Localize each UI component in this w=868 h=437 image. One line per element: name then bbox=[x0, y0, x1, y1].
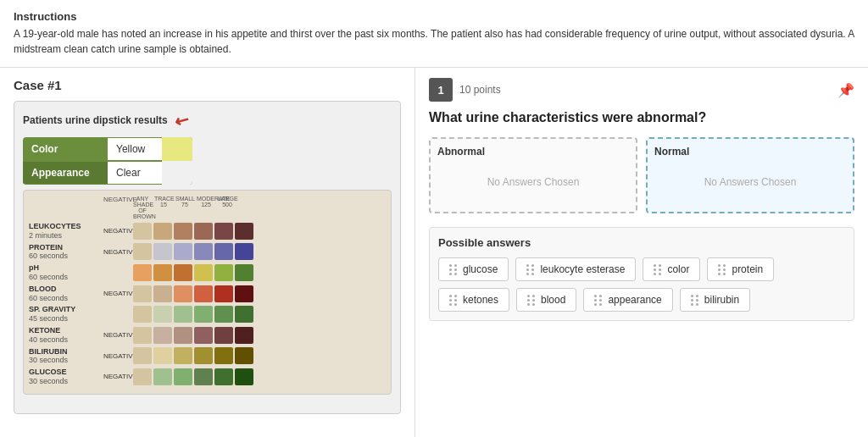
dip-swatch bbox=[153, 347, 172, 364]
answer-chip-bilirubin[interactable]: bilirubin bbox=[680, 288, 750, 312]
dip-swatch bbox=[153, 223, 172, 240]
dip-row: BLOOD60 secondsNEGATIVE bbox=[29, 285, 386, 303]
dip-swatch bbox=[235, 368, 253, 385]
answer-chip-label: ketones bbox=[463, 294, 498, 306]
dip-swatch bbox=[214, 264, 233, 281]
dip-swatch bbox=[174, 243, 192, 260]
dip-colors bbox=[133, 347, 253, 364]
dip-swatch bbox=[133, 306, 152, 323]
instructions-text: A 19-year-old male has noted an increase… bbox=[14, 26, 854, 57]
question-number: 1 bbox=[429, 78, 453, 102]
normal-label: Normal bbox=[654, 146, 846, 158]
answer-chips: glucoseleukocyte esterasecolorproteinket… bbox=[438, 257, 845, 312]
abnormal-empty-text: No Answers Chosen bbox=[437, 163, 629, 202]
dip-row-label: LEUKOCYTES2 minutes bbox=[29, 222, 101, 241]
dip-swatch bbox=[174, 223, 192, 240]
dip-swatch bbox=[194, 223, 213, 240]
drag-handle-icon bbox=[527, 295, 536, 306]
dip-neg-label: NEGATIVE bbox=[103, 227, 131, 235]
dip-swatch bbox=[133, 285, 152, 302]
answer-chip-ketones[interactable]: ketones bbox=[438, 288, 509, 312]
dip-row-label: SP. GRAVITY45 seconds bbox=[29, 305, 101, 324]
color-row: Color Yellow bbox=[23, 137, 192, 161]
answer-chip-blood[interactable]: blood bbox=[516, 288, 576, 312]
drag-handle-icon bbox=[526, 264, 535, 275]
dip-row-label: pH60 seconds bbox=[29, 263, 101, 282]
dip-swatch bbox=[133, 327, 152, 344]
dip-row: pH60 seconds bbox=[29, 263, 386, 282]
dip-row: PROTEIN60 secondsNEGATIVE bbox=[29, 243, 386, 262]
dip-swatch bbox=[174, 285, 192, 302]
abnormal-label: Abnormal bbox=[437, 146, 629, 158]
dip-row-label: BLOOD60 seconds bbox=[29, 285, 101, 303]
dip-row-label: GLUCOSE30 seconds bbox=[29, 368, 101, 386]
dip-swatch bbox=[153, 306, 172, 323]
dip-swatch bbox=[235, 327, 253, 344]
dip-row: BILIRUBIN30 secondsNEGATIVE bbox=[29, 347, 386, 366]
dip-neg-label: NEGATIVE bbox=[103, 331, 131, 339]
dip-swatch bbox=[153, 243, 172, 260]
answer-chip-color[interactable]: color bbox=[643, 257, 700, 281]
pin-icon[interactable]: 📌 bbox=[837, 82, 854, 98]
dip-swatch bbox=[174, 306, 192, 323]
dip-swatch bbox=[235, 306, 253, 323]
answer-chip-leukocyte-esterase[interactable]: leukocyte esterase bbox=[515, 257, 636, 281]
dip-swatch bbox=[153, 368, 172, 385]
answer-chip-label: blood bbox=[541, 294, 565, 306]
dip-swatch bbox=[214, 223, 233, 240]
drag-handle-icon bbox=[594, 295, 603, 306]
dip-swatch bbox=[174, 368, 192, 385]
dipstick-title: Patients urine dipstick results ↙ bbox=[23, 110, 392, 130]
appearance-label: Appearance bbox=[23, 162, 108, 184]
drop-zones: Abnormal No Answers Chosen Normal No Ans… bbox=[429, 137, 854, 213]
dip-swatch bbox=[214, 368, 233, 385]
drag-handle-icon bbox=[654, 264, 662, 275]
dip-swatch bbox=[194, 285, 213, 302]
answer-chip-label: bilirubin bbox=[704, 294, 739, 306]
possible-answers-section: Possible answers glucoseleukocyte estera… bbox=[429, 227, 854, 321]
dip-swatch bbox=[153, 327, 172, 344]
drag-handle-icon bbox=[718, 264, 726, 275]
dip-swatch bbox=[214, 243, 233, 260]
arrow-icon: ↙ bbox=[170, 108, 193, 132]
normal-empty-text: No Answers Chosen bbox=[654, 163, 846, 202]
dip-colors bbox=[133, 368, 253, 385]
dip-swatch bbox=[153, 264, 172, 281]
dip-swatch bbox=[133, 347, 152, 364]
dip-swatch bbox=[235, 285, 253, 302]
instructions-title: Instructions bbox=[14, 10, 854, 23]
dip-row: LEUKOCYTES2 minutesNEGATIVE bbox=[29, 222, 386, 241]
drag-handle-icon bbox=[691, 295, 699, 306]
answer-chip-protein[interactable]: protein bbox=[707, 257, 774, 281]
answer-chip-glucose[interactable]: glucose bbox=[438, 257, 509, 281]
dipstick-title-text: Patients urine dipstick results bbox=[23, 114, 168, 126]
answer-chip-label: protein bbox=[732, 263, 763, 275]
answer-chip-appearance[interactable]: appearance bbox=[583, 288, 672, 312]
dip-neg-label: NEGATIVE bbox=[103, 352, 131, 360]
dip-swatch bbox=[174, 347, 192, 364]
dip-row-label: PROTEIN60 seconds bbox=[29, 243, 101, 262]
color-swatch bbox=[162, 137, 192, 161]
dip-swatch bbox=[133, 264, 152, 281]
answer-chip-label: color bbox=[667, 263, 689, 275]
dip-swatch bbox=[214, 347, 233, 364]
dip-neg-label: NEGATIVE bbox=[103, 290, 131, 297]
dip-row: GLUCOSE30 secondsNEGATIVE bbox=[29, 368, 386, 386]
dipstick-image: NEGATIVE ANY SHADEOF BROWN TRACE15 SMALL… bbox=[23, 190, 392, 395]
drag-handle-icon bbox=[449, 264, 458, 275]
abnormal-drop-zone[interactable]: Abnormal No Answers Chosen bbox=[429, 137, 637, 213]
normal-drop-zone[interactable]: Normal No Answers Chosen bbox=[646, 137, 854, 213]
question-points: 10 points bbox=[459, 84, 501, 96]
color-label: Color bbox=[23, 138, 108, 160]
color-value: Yellow bbox=[108, 138, 162, 160]
dip-row-label: KETONE40 seconds bbox=[29, 326, 101, 345]
dip-neg-label: NEGATIVE bbox=[103, 373, 131, 380]
color-table: Color Yellow Appearance Clear bbox=[23, 137, 192, 185]
dip-colors bbox=[133, 243, 253, 260]
question-text: What urine characteristics were abnormal… bbox=[429, 110, 854, 125]
dipstick-card: Patients urine dipstick results ↙ Color … bbox=[14, 101, 401, 414]
appearance-value: Clear bbox=[108, 162, 162, 184]
dip-row-label: BILIRUBIN30 seconds bbox=[29, 347, 101, 366]
dip-row: KETONE40 secondsNEGATIVE bbox=[29, 326, 386, 345]
dip-colors bbox=[133, 285, 253, 302]
